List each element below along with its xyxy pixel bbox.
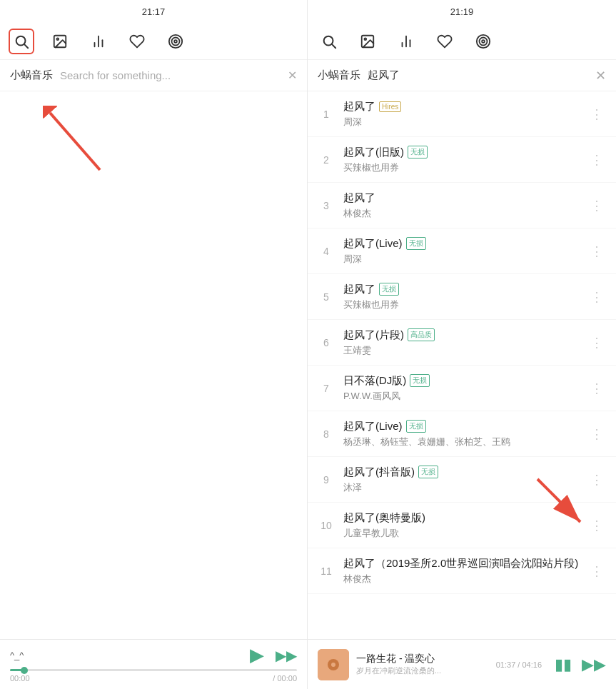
- song-title-row: 起风了: [343, 191, 587, 205]
- song-title-row: 起风了（2019圣所2.0世界巡回演唱会沈阳站片段): [343, 557, 587, 570]
- svg-point-21: [482, 40, 485, 43]
- player-controls-left: ▶ ▶▶: [250, 644, 297, 666]
- progress-bar-left[interactable]: [10, 669, 297, 671]
- song-title-row: 起风了(Live) 无损: [343, 237, 587, 251]
- song-info: 起风了 林俊杰: [343, 191, 587, 220]
- player-bar-right: 一路生花 - 温奕心 岁月在冲刷逆流沧桑的... 01:37 / 04:16 ▮…: [308, 639, 616, 689]
- svg-line-13: [332, 44, 335, 48]
- svg-line-1: [24, 44, 28, 48]
- list-item[interactable]: 6 起风了(片段) 高品质 王靖雯 ⋮: [308, 320, 616, 366]
- quality-badge: 无损: [406, 237, 426, 250]
- list-item[interactable]: 5 起风了 无损 买辣椒也用券 ⋮: [308, 274, 616, 320]
- search-icon-right[interactable]: [316, 29, 342, 54]
- song-title: 起风了: [343, 191, 375, 205]
- player-bar-left: ^_^ ▶ ▶▶ 00:00 / 00:00: [0, 639, 307, 689]
- left-player-row: ^_^ ▶ ▶▶: [10, 644, 297, 666]
- more-button[interactable]: ⋮: [587, 195, 606, 216]
- list-item[interactable]: 4 起风了(Live) 无损 周深 ⋮: [308, 228, 616, 274]
- song-number: 1: [318, 109, 335, 120]
- song-artist: 林俊杰: [343, 207, 587, 220]
- app-name-right: 小蜗音乐: [318, 69, 360, 82]
- player-controls-right: ▮▮ ▶▶: [555, 655, 606, 674]
- song-artist: 买辣椒也用券: [343, 298, 587, 311]
- song-number: 5: [318, 291, 335, 303]
- pause-button-right[interactable]: ▮▮: [555, 655, 572, 674]
- chart-icon-right[interactable]: [393, 29, 419, 54]
- song-title-row: 日不落(DJ版) 无损: [343, 374, 587, 388]
- list-item[interactable]: 1 起风了 Hires 周深 ⋮: [308, 91, 616, 137]
- left-content: [0, 91, 307, 639]
- player-song-title-right: 一路生花 - 温奕心: [356, 653, 489, 665]
- clear-icon[interactable]: ✕: [288, 69, 297, 82]
- skip-end-button-right[interactable]: ▶▶: [582, 655, 606, 674]
- song-title: 起风了: [343, 283, 375, 296]
- heart-icon-right[interactable]: [432, 29, 458, 54]
- song-title: 起风了(Live): [343, 420, 403, 433]
- quality-badge: 无损: [410, 374, 430, 387]
- more-button[interactable]: ⋮: [587, 286, 606, 308]
- right-panel: 21:19: [308, 0, 616, 689]
- more-button[interactable]: ⋮: [587, 332, 606, 353]
- song-number: 10: [318, 520, 335, 531]
- next-button-left[interactable]: ▶▶: [276, 647, 297, 664]
- song-artist: 林俊杰: [343, 573, 587, 585]
- song-artist: 沐泽: [343, 481, 587, 494]
- song-artist: 王靖雯: [343, 344, 587, 357]
- search-icon-active[interactable]: [9, 29, 34, 54]
- more-button[interactable]: ⋮: [587, 149, 606, 171]
- song-number: 6: [318, 337, 335, 348]
- song-title: 起风了(抖音版): [343, 466, 415, 479]
- image-icon[interactable]: [47, 29, 73, 54]
- list-item[interactable]: 7 日不落(DJ版) 无损 P.W.W.画风风 ⋮: [308, 366, 616, 411]
- search-query: 起风了: [368, 69, 595, 82]
- song-title-row: 起风了(旧版) 无损: [343, 146, 587, 159]
- left-panel: 21:17: [0, 0, 308, 689]
- target-icon[interactable]: [163, 29, 188, 54]
- album-art: [318, 649, 349, 680]
- play-button-left[interactable]: ▶: [250, 644, 264, 666]
- more-button[interactable]: ⋮: [587, 423, 606, 445]
- more-button[interactable]: ⋮: [587, 378, 606, 399]
- song-number: 9: [318, 474, 335, 486]
- more-button[interactable]: ⋮: [587, 104, 606, 125]
- quality-badge: 无损: [379, 283, 399, 296]
- current-time-right: 01:37: [496, 660, 516, 669]
- song-number: 8: [318, 428, 335, 440]
- image-icon-right[interactable]: [355, 29, 380, 54]
- player-song-sub-right: 岁月在冲刷逆流沧桑的...: [356, 665, 489, 676]
- list-item[interactable]: 10 起风了(奥特曼版) 儿童早教儿歌 ⋮: [308, 503, 616, 548]
- song-info: 起风了（2019圣所2.0世界巡回演唱会沈阳站片段) 林俊杰: [343, 557, 587, 585]
- target-icon-right[interactable]: [470, 29, 496, 54]
- list-item[interactable]: 3 起风了 林俊杰 ⋮: [308, 183, 616, 228]
- list-item[interactable]: 9 起风了(抖音版) 无损 沐泽 ⋮: [308, 457, 616, 503]
- svg-point-9: [174, 40, 177, 43]
- status-bar-left: 21:17: [0, 0, 307, 23]
- chart-icon[interactable]: [86, 29, 111, 54]
- song-number: 2: [318, 154, 335, 166]
- list-item[interactable]: 8 起风了(Live) 无损 杨丞琳、杨钰莹、袁姗姗、张柏芝、王鸥 ⋮: [308, 411, 616, 457]
- list-item[interactable]: 11 起风了（2019圣所2.0世界巡回演唱会沈阳站片段) 林俊杰 ⋮: [308, 548, 616, 594]
- song-title: 起风了(Live): [343, 237, 403, 251]
- list-item[interactable]: 2 起风了(旧版) 无损 买辣椒也用券 ⋮: [308, 137, 616, 183]
- song-info: 起风了(Live) 无损 杨丞琳、杨钰莹、袁姗姗、张柏芝、王鸥: [343, 420, 587, 448]
- more-button[interactable]: ⋮: [587, 469, 606, 491]
- player-time-row: 00:00 / 00:00: [10, 674, 297, 683]
- song-title: 起风了(片段): [343, 328, 404, 342]
- song-artist: P.W.W.画风风: [343, 390, 587, 403]
- song-title: 日不落(DJ版): [343, 374, 406, 388]
- song-title-row: 起风了 无损: [343, 283, 587, 296]
- search-placeholder[interactable]: Search for something...: [60, 69, 288, 81]
- close-icon-right[interactable]: ✕: [595, 68, 606, 84]
- svg-line-11: [50, 113, 100, 170]
- song-artist: 周深: [343, 253, 587, 266]
- more-button[interactable]: ⋮: [587, 560, 606, 582]
- more-button[interactable]: ⋮: [587, 241, 606, 262]
- more-button[interactable]: ⋮: [587, 515, 606, 536]
- total-time-right: 04:16: [522, 660, 542, 669]
- quality-badge: 无损: [408, 146, 428, 159]
- song-info: 起风了(抖音版) 无损 沐泽: [343, 466, 587, 494]
- quality-badge: 高品质: [408, 328, 435, 341]
- nav-bar-right: [308, 23, 616, 60]
- heart-icon[interactable]: [124, 29, 150, 54]
- song-number: 11: [318, 565, 335, 577]
